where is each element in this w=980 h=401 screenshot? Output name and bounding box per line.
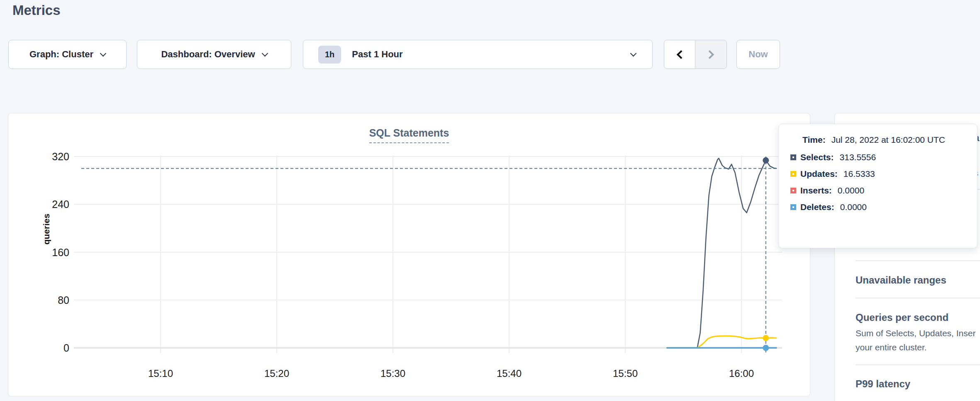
graph-selector-dropdown[interactable]: Graph: Cluster: [8, 40, 127, 69]
chevron-down-icon: [261, 50, 268, 56]
chevron-left-icon: [676, 50, 685, 59]
x-tick-label: 15:10: [148, 368, 173, 379]
tooltip-series-value: 0.0000: [840, 202, 867, 212]
sidebar-divider: [856, 364, 980, 365]
sidebar-divider: [856, 298, 980, 298]
x-tick-label: 16:00: [729, 368, 754, 379]
y-tick-label: 240: [52, 198, 69, 210]
graph-selector-label: Graph: Cluster: [29, 49, 93, 60]
now-button[interactable]: Now: [736, 40, 780, 69]
tooltip-series-label: Inserts:: [800, 186, 832, 196]
sidebar-heading-unavailable-ranges: Unavailable ranges: [856, 274, 980, 286]
tooltip-series-value: 313.5556: [840, 152, 876, 162]
y-axis-label: queries: [41, 204, 51, 254]
tooltip-series-value: 0.0000: [838, 186, 864, 196]
dashboard-selector-label: Dashboard: Overview: [161, 49, 255, 60]
chevron-down-icon: [100, 50, 107, 56]
tooltip-row: Inserts:0.0000: [790, 186, 977, 196]
tooltip-time-value: Jul 28, 2022 at 16:02:00 UTC: [831, 135, 945, 144]
y-tick-label: 0: [63, 342, 69, 354]
y-tick-label: 80: [58, 294, 69, 306]
tooltip-row: Selects:313.5556: [790, 152, 977, 162]
tooltip-series-label: Updates:: [800, 169, 838, 179]
chevron-down-icon: [630, 50, 637, 56]
chart-title[interactable]: SQL Statements: [369, 127, 449, 143]
tooltip-row: Updates:16.5333: [790, 169, 977, 179]
dashboard-selector-dropdown[interactable]: Dashboard: Overview: [137, 40, 291, 69]
series-swatch-icon: [790, 154, 796, 160]
series-swatch-icon: [790, 171, 796, 177]
sidebar-description-line: Sum of Selects, Updates, Inser: [856, 326, 980, 340]
sidebar-heading-queries-per-second: Queries per second: [856, 311, 980, 324]
page-title: Metrics: [12, 2, 61, 18]
time-step-controls: [664, 40, 727, 69]
chart-title-wrap: SQL Statements: [8, 127, 810, 143]
tooltip-series-value: 16.5333: [843, 169, 875, 179]
x-tick-label: 15:40: [497, 368, 522, 379]
chevron-right-icon: [705, 50, 714, 59]
y-tick-label: 320: [52, 151, 69, 163]
time-range-label: Past 1 Hour: [352, 49, 402, 60]
time-range-badge: 1h: [318, 46, 341, 64]
tooltip-row: Deletes:0.0000: [790, 202, 977, 212]
tooltip-series-label: Deletes:: [800, 202, 834, 212]
x-tick-label: 15:20: [264, 368, 289, 379]
time-range-dropdown[interactable]: 1h Past 1 Hour: [303, 40, 653, 69]
series-swatch-icon: [790, 204, 796, 210]
chart-hover-tooltip: Time:Jul 28, 2022 at 16:02:00 UTC Select…: [778, 124, 978, 248]
tooltip-time-row: Time:Jul 28, 2022 at 16:02:00 UTC: [790, 135, 977, 145]
plot-hover-area[interactable]: [74, 156, 782, 353]
x-tick-label: 15:30: [380, 368, 405, 379]
y-tick-label: 160: [52, 246, 69, 258]
previous-time-button[interactable]: [664, 40, 695, 68]
tooltip-series-rows: Selects:313.5556Updates:16.5333Inserts:0…: [790, 152, 977, 212]
next-time-button-disabled[interactable]: [695, 40, 726, 68]
series-swatch-icon: [790, 188, 796, 193]
x-tick-label: 15:50: [613, 368, 638, 379]
sidebar-divider: [856, 260, 980, 261]
sidebar-heading-p99-latency: P99 latency: [856, 378, 980, 390]
tooltip-series-label: Selects:: [800, 152, 834, 162]
sidebar-description-line: your entire cluster.: [856, 340, 980, 355]
tooltip-time-label: Time:: [802, 135, 826, 144]
